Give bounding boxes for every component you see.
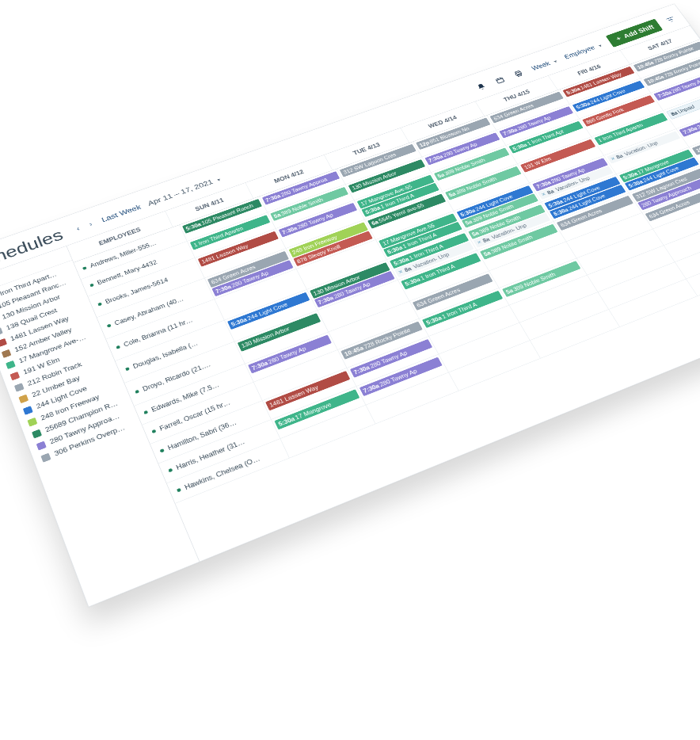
content-body: JOBS 1 Iron Third Apart…105 Pleasant Ran… [0,25,700,607]
status-dot-icon [107,323,112,327]
status-dot-icon [116,345,120,349]
status-dot-icon [143,410,148,414]
job-color-swatch [10,372,20,380]
status-dot-icon [151,429,156,433]
job-color-swatch [40,452,51,462]
status-dot-icon [89,284,94,288]
calendar-icon[interactable] [493,74,507,86]
shift-time: 10:45a [695,143,700,153]
shift-time: 10:45a [636,60,655,71]
bell-icon[interactable] [474,81,489,92]
shift-time: 5:30a [425,315,443,326]
shift-time: 7:30a [281,225,299,235]
job-color-swatch [6,360,16,369]
job-color-swatch [0,327,3,336]
shift-time: 12p [418,140,430,148]
shift-time: 5:30a [512,142,528,151]
status-dot-icon [177,488,181,493]
shift-time: 10:45a [646,74,665,85]
shift-time: 7:30a [352,364,371,376]
shift-time: 5:30a [404,277,421,288]
shift-time: 5:30a [230,316,248,327]
shift-time: 5:30a [185,221,203,231]
shift-time: 8a [403,265,413,274]
week-nav: ‹ › [75,220,93,232]
status-dot-icon [82,266,87,270]
shift-time: 7:30a [428,154,444,163]
schedule-app-panel: Schedules ‹ › Last Week Apr 11 – 17, 202… [0,4,700,608]
status-dot-icon [168,468,173,473]
print-icon[interactable] [512,68,526,79]
shift-time: 5:30a [565,86,581,96]
job-color-swatch [0,338,7,347]
status-dot-icon [125,367,130,371]
job-color-swatch [23,406,33,415]
shift-label: Unpaid [676,104,695,114]
shift-time: 7:30a [264,193,281,204]
job-color-swatch [32,429,42,438]
add-shift-label: Add Shift [622,23,655,39]
view-dropdown-label: Week [530,59,551,71]
job-color-swatch [14,383,25,391]
status-dot-icon [97,303,102,307]
job-color-swatch [27,418,37,427]
job-color-swatch [36,441,47,450]
shift-time: 7:30a [656,90,672,99]
job-color-swatch [2,349,12,358]
shift-time: 10:45a [344,345,365,357]
prev-week-arrow-icon[interactable]: ‹ [75,224,81,232]
view-dropdown[interactable]: Week [530,57,557,71]
plus-icon: ＋ [613,34,624,43]
shift-time: 8a [614,152,624,160]
shift-time: 5:30a [575,101,591,110]
filter-icon[interactable] [665,16,677,24]
shift-time: 7:30a [362,382,380,394]
shift-time: 7:30a [502,127,519,136]
shift-time: 8a [481,236,491,244]
job-color-swatch [18,394,29,403]
next-week-arrow-icon[interactable]: › [88,220,93,228]
shift-time: 5:30a [277,415,295,427]
shift-time: 7:30a [682,125,698,135]
status-dot-icon [160,448,165,453]
status-dot-icon [135,389,139,393]
shift-time: 7:30a [251,360,269,371]
groupby-dropdown-label: Employee [562,44,596,59]
shift-time: 8a [546,188,555,196]
